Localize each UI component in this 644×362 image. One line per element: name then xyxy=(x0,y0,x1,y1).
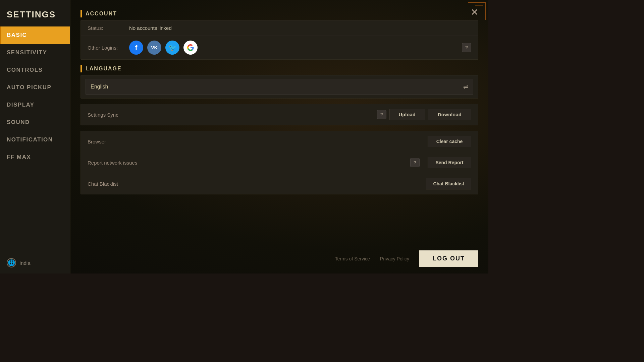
settings-sync-body: Settings Sync ? Upload Download xyxy=(80,104,478,125)
account-section-header: ACCOUNT xyxy=(80,10,478,17)
sync-help-icon[interactable]: ? xyxy=(377,110,386,119)
terms-of-service-link[interactable]: Terms of Service xyxy=(335,256,370,261)
settings-sync-label: Settings Sync xyxy=(88,112,372,118)
logout-button[interactable]: LOG OUT xyxy=(419,250,478,267)
status-label: Status: xyxy=(88,25,124,31)
upload-button[interactable]: Upload xyxy=(389,109,425,120)
sidebar: SETTINGS BASIC SENSITIVITY CONTROLS AUTO… xyxy=(0,0,70,274)
nav-item-sensitivity[interactable]: SENSITIVITY xyxy=(0,44,70,61)
other-logins-row: Other Logins: f VK 🐦 xyxy=(81,36,478,59)
account-section-body: Status: No accounts linked Other Logins:… xyxy=(80,20,478,60)
sync-actions: ? Upload Download xyxy=(377,109,471,120)
sidebar-footer: 🌐 India xyxy=(0,252,70,274)
region-label: India xyxy=(19,260,31,266)
language-section: LANGUAGE English ⇌ xyxy=(80,65,478,99)
download-button[interactable]: Download xyxy=(428,109,471,120)
other-logins-label: Other Logins: xyxy=(88,45,124,51)
account-status-row: Status: No accounts linked xyxy=(81,20,478,36)
close-button[interactable]: ✕ xyxy=(467,5,482,20)
nav-item-auto-pickup[interactable]: AUTO PICKUP xyxy=(0,79,70,96)
report-help-icon[interactable]: ? xyxy=(410,158,420,167)
social-icons-group: f VK 🐦 xyxy=(129,41,198,55)
language-row: English ⇌ xyxy=(81,75,478,98)
report-network-row: Report network issues ? Send Report xyxy=(81,152,478,173)
utility-section: Browser Clear cache Report network issue… xyxy=(80,131,478,194)
language-section-title: LANGUAGE xyxy=(86,66,122,72)
vk-login-button[interactable]: VK xyxy=(147,41,161,55)
settings-title: SETTINGS xyxy=(0,3,70,26)
page-footer: Terms of Service Privacy Policy LOG OUT xyxy=(80,244,478,267)
section-accent xyxy=(80,10,82,17)
account-help-icon[interactable]: ? xyxy=(462,43,471,52)
utility-section-body: Browser Clear cache Report network issue… xyxy=(80,131,478,194)
swap-icon: ⇌ xyxy=(463,83,468,90)
settings-sync-section: Settings Sync ? Upload Download xyxy=(80,104,478,125)
google-logo-icon xyxy=(187,44,194,51)
account-section: ACCOUNT Status: No accounts linked Other… xyxy=(80,10,478,60)
language-dropdown[interactable]: English ⇌ xyxy=(86,79,473,95)
account-section-title: ACCOUNT xyxy=(86,11,117,17)
chat-blacklist-button[interactable]: Chat Blacklist xyxy=(426,178,471,189)
chat-blacklist-row: Chat Blacklist Chat Blacklist xyxy=(81,173,478,194)
facebook-login-button[interactable]: f xyxy=(129,41,143,55)
globe-icon: 🌐 xyxy=(7,258,16,267)
language-section-header: LANGUAGE xyxy=(80,65,478,72)
nav-item-basic[interactable]: BASIC xyxy=(0,26,70,44)
twitter-login-button[interactable]: 🐦 xyxy=(165,41,179,55)
nav-item-ff-max[interactable]: FF MAX xyxy=(0,148,70,166)
browser-label: Browser xyxy=(88,139,423,144)
language-current-value: English xyxy=(91,84,108,90)
language-section-body: English ⇌ xyxy=(80,75,478,99)
clear-cache-button[interactable]: Clear cache xyxy=(428,136,471,147)
privacy-policy-link[interactable]: Privacy Policy xyxy=(380,256,409,261)
nav-item-sound[interactable]: SOUND xyxy=(0,114,70,131)
nav-item-display[interactable]: DISPLAY xyxy=(0,96,70,114)
send-report-button[interactable]: Send Report xyxy=(428,157,471,168)
language-section-accent xyxy=(80,65,82,72)
nav-item-notification[interactable]: NOTIFICATION xyxy=(0,131,70,148)
browser-row: Browser Clear cache xyxy=(81,131,478,152)
nav-item-controls[interactable]: CONTROLS xyxy=(0,61,70,79)
status-value: No accounts linked xyxy=(129,25,172,31)
chat-blacklist-label: Chat Blacklist xyxy=(88,181,421,187)
main-content: ✕ ACCOUNT Status: No accounts linked xyxy=(70,0,488,274)
settings-sync-row: Settings Sync ? Upload Download xyxy=(81,104,478,125)
report-network-label: Report network issues xyxy=(88,160,406,166)
google-login-button[interactable] xyxy=(183,41,198,55)
